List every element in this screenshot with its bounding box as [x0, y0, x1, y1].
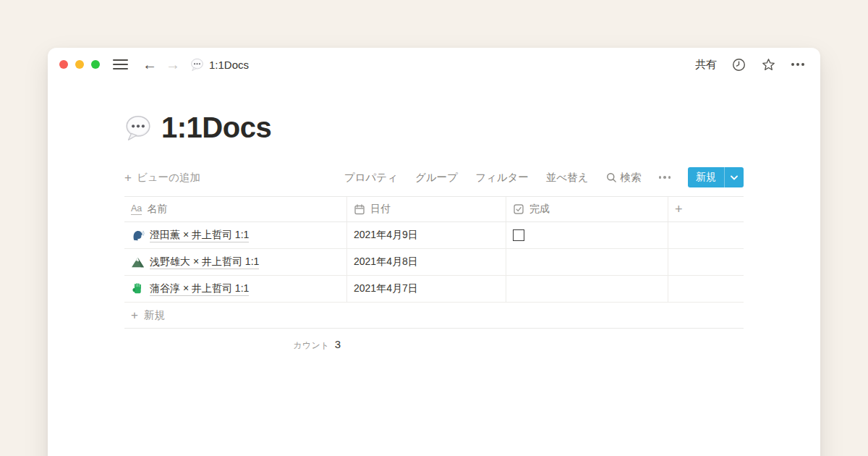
database-view-toolbar: + ビューの追加 プロパティ グループ フィルター 並べ替え 検索 新規	[124, 166, 744, 189]
column-header-name[interactable]: Aa 名前	[124, 197, 347, 221]
search-button[interactable]: 検索	[606, 171, 642, 185]
checkbox[interactable]	[513, 229, 524, 241]
speech-balloon-emoji	[190, 58, 204, 72]
add-property-button[interactable]: +	[668, 197, 744, 221]
empty-cell	[668, 276, 744, 302]
sidebar-menu-icon[interactable]	[113, 59, 128, 69]
add-view-label: ビューの追加	[137, 171, 200, 185]
plus-icon: +	[124, 172, 132, 184]
speech-balloon-emoji[interactable]	[124, 114, 152, 142]
plus-icon: +	[675, 203, 683, 216]
empty-cell	[668, 222, 744, 248]
row-done-cell[interactable]	[506, 249, 668, 275]
new-row-button[interactable]: + 新規	[124, 303, 744, 329]
page-header: 1:1Docs	[124, 111, 744, 144]
count-footer[interactable]: カウント 3	[124, 338, 347, 352]
search-icon	[606, 172, 617, 183]
row-date-cell[interactable]: 2021年4月7日	[347, 276, 506, 302]
page-content: 1:1Docs + ビューの追加 プロパティ グループ フィルター 並べ替え 検…	[48, 111, 820, 352]
column-label: 日付	[370, 203, 391, 216]
share-button[interactable]: 共有	[695, 58, 717, 72]
column-header-date[interactable]: 日付	[347, 197, 506, 221]
row-title-link[interactable]: 蒲谷淳 × 井上哲司 1:1	[150, 282, 249, 295]
app-window: ← → 1:1Docs 共有 1:1Docs + ビューの追加	[48, 48, 820, 456]
checkbox-property-icon	[513, 203, 524, 215]
glove-emoji	[131, 282, 145, 296]
clock-icon[interactable]	[732, 58, 746, 72]
titlebar-actions: 共有	[695, 57, 804, 72]
more-options-icon[interactable]	[791, 63, 804, 66]
speaking-head-emoji	[131, 229, 145, 242]
view-options: プロパティ グループ フィルター 並べ替え 検索 新規	[344, 167, 744, 187]
search-label: 検索	[621, 171, 642, 185]
add-view-button[interactable]: + ビューの追加	[124, 171, 200, 185]
row-done-cell[interactable]	[506, 222, 668, 248]
row-date-cell[interactable]: 2021年4月9日	[347, 222, 506, 248]
checkbox[interactable]	[513, 283, 524, 295]
row-title-cell[interactable]: 澄田薫 × 井上哲司 1:1	[124, 222, 347, 248]
star-icon[interactable]	[761, 57, 776, 72]
row-done-cell[interactable]	[506, 276, 668, 302]
window-titlebar: ← → 1:1Docs 共有	[48, 48, 820, 81]
database-table: Aa 名前 日付 完成 + 澄田薫 × 井上哲司 1:1	[124, 196, 744, 352]
view-more-icon[interactable]	[659, 176, 671, 179]
back-arrow-icon[interactable]: ←	[142, 57, 157, 72]
empty-cell	[668, 249, 744, 275]
new-row-label: 新規	[144, 308, 165, 322]
count-label: カウント	[293, 339, 329, 352]
column-label: 名前	[147, 203, 167, 216]
close-window-button[interactable]	[59, 60, 68, 69]
table-row: 蒲谷淳 × 井上哲司 1:1 2021年4月7日	[124, 276, 744, 303]
minimize-window-button[interactable]	[75, 60, 84, 69]
plus-icon: +	[131, 309, 138, 321]
table-row: 澄田薫 × 井上哲司 1:1 2021年4月9日	[124, 222, 744, 249]
forward-arrow-icon[interactable]: →	[166, 57, 180, 72]
calendar-icon	[354, 203, 365, 215]
table-row: 浅野雄大 × 井上哲司 1:1 2021年4月8日	[124, 249, 744, 276]
properties-button[interactable]: プロパティ	[344, 171, 398, 185]
new-button-label[interactable]: 新規	[688, 167, 724, 187]
checkbox[interactable]	[513, 256, 524, 268]
row-title-cell[interactable]: 浅野雄大 × 井上哲司 1:1	[124, 249, 347, 275]
page-title[interactable]: 1:1Docs	[161, 111, 271, 144]
column-label: 完成	[529, 203, 550, 216]
row-date-cell[interactable]: 2021年4月8日	[347, 249, 506, 275]
breadcrumb[interactable]: 1:1Docs	[190, 58, 249, 72]
group-button[interactable]: グループ	[415, 171, 458, 185]
window-controls	[59, 60, 100, 69]
new-button[interactable]: 新規	[688, 167, 744, 187]
row-title-link[interactable]: 澄田薫 × 井上哲司 1:1	[150, 228, 249, 242]
filter-button[interactable]: フィルター	[475, 171, 529, 185]
count-value: 3	[335, 338, 341, 350]
row-title-link[interactable]: 浅野雄大 × 井上哲司 1:1	[150, 255, 259, 269]
breadcrumb-label: 1:1Docs	[209, 59, 249, 71]
chevron-down-icon[interactable]	[725, 167, 744, 187]
text-property-icon: Aa	[131, 203, 142, 214]
mountain-emoji	[131, 256, 145, 269]
sort-button[interactable]: 並べ替え	[546, 171, 589, 185]
table-header-row: Aa 名前 日付 完成 +	[124, 196, 744, 222]
row-title-cell[interactable]: 蒲谷淳 × 井上哲司 1:1	[124, 276, 347, 302]
maximize-window-button[interactable]	[91, 60, 100, 69]
column-header-done[interactable]: 完成	[506, 197, 668, 221]
